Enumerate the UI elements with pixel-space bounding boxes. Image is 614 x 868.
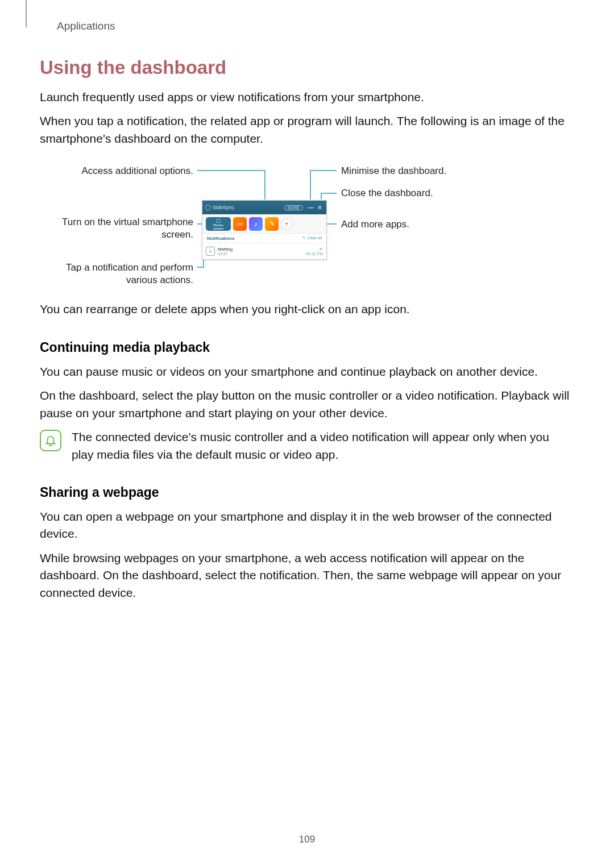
sharing-paragraph-1: You can open a webpage on your smartphon… [40,508,574,543]
notification-subtext: 12:27 [218,252,303,256]
more-button[interactable]: MORE [284,205,303,210]
callout-tap-notification: Tap a notification and perform various a… [66,261,193,286]
intro-paragraph-2: When you tap a notification, the related… [40,113,574,147]
intro-paragraph-1: Launch frequently used apps or view noti… [40,89,574,106]
after-diagram-text: You can rearrange or delete apps when yo… [40,301,574,318]
phone-icon: ▢ [216,218,221,223]
dashboard-titlebar: SideSync MORE — ✕ [202,201,326,214]
subheading-sharing-webpage: Sharing a webpage [40,485,574,500]
notification-time: 09:31 PM [306,252,323,256]
leader-line [321,193,337,194]
leader-line [321,193,322,200]
phone-sub: screen [213,227,223,230]
callout-close: Close the dashboard. [341,187,433,199]
page-content: Using the dashboard Launch frequently us… [40,57,574,608]
leader-line [197,267,203,268]
subheading-media-playback: Continuing media playback [40,340,574,355]
page-number: 109 [0,834,614,845]
bell-icon [40,430,61,451]
gallery-app-icon[interactable]: ▭ [233,217,247,231]
callout-tap-notif-l2: various actions. [126,275,193,285]
callout-virtual-phone-l1: Turn on the virtual smartphone [62,217,193,227]
callout-virtual-phone: Turn on the virtual smartphone screen. [62,216,193,240]
music-app-icon[interactable]: ♪ [249,217,263,231]
titlebar-text: SideSync [213,205,234,210]
notification-title: Metting [218,247,303,252]
notification-right: ✕ 09:31 PM [306,247,323,256]
notification-dismiss-icon[interactable]: ✕ [319,247,323,252]
titlebar-left: SideSync [205,205,284,210]
note-text: The connected device's music controller … [72,429,574,463]
callout-access-options: Access additional options. [81,165,193,177]
breadcrumb: Applications [57,20,115,32]
callout-minimise: Minimise the dashboard. [341,165,446,177]
phone-screen-button[interactable]: ▢ Phone screen [206,217,231,231]
clear-all-button[interactable]: ✎ Clear all [302,236,322,240]
myfiles-app-icon[interactable]: ✎ [265,217,279,231]
media-paragraph-2: On the dashboard, select the play button… [40,387,574,422]
callout-tap-notif-l1: Tap a notification and perform [66,262,193,273]
sharing-paragraph-2: While browsing webpages on your smartpho… [40,550,574,601]
notifications-header: Notifications ✎ Clear all [202,234,326,243]
sidesync-icon [205,205,211,210]
section-title: Using the dashboard [40,57,574,78]
note-block: The connected device's music controller … [40,429,574,463]
leader-line [197,170,265,171]
notifications-label: Notifications [207,236,234,241]
leader-line [310,170,311,200]
close-button[interactable]: ✕ [317,204,322,211]
dashboard-diagram: Access additional options. Turn on the v… [40,157,574,288]
media-paragraph-1: You can pause music or videos on your sm… [40,363,574,380]
callout-virtual-phone-l2: screen. [161,229,193,240]
notification-text: Metting 12:27 [218,247,303,256]
calendar-icon: 4 [206,247,215,256]
add-app-button[interactable]: + [281,218,292,230]
notification-row[interactable]: 4 Metting 12:27 ✕ 09:31 PM [202,243,326,259]
leader-line [310,170,337,171]
minimise-button[interactable]: — [308,204,314,211]
header-divider [26,0,27,27]
leader-line [264,170,265,200]
callout-add-apps: Add more apps. [341,218,409,230]
app-row: ▢ Phone screen ▭ ♪ ✎ + [202,214,326,234]
dashboard-window: SideSync MORE — ✕ ▢ Phone screen ▭ ♪ ✎ +… [202,200,327,260]
